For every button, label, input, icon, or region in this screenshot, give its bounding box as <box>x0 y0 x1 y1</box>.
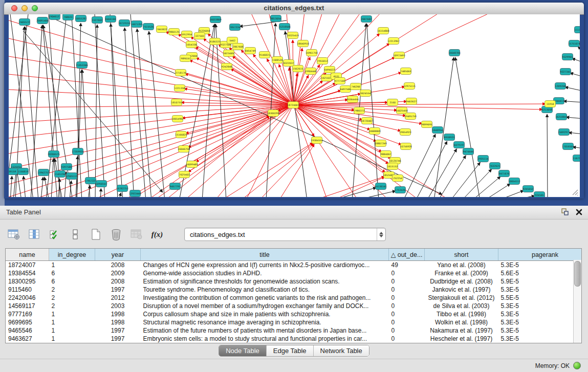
graph-node[interactable]: 3624554 <box>360 90 371 97</box>
graph-node[interactable]: 8322037 <box>284 60 294 67</box>
graph-node[interactable]: 2867608 <box>233 43 244 50</box>
graph-node[interactable]: 7986372 <box>354 107 365 114</box>
graph-node[interactable]: 14136141 <box>375 183 386 190</box>
graph-node[interactable]: 9777169 <box>335 78 345 84</box>
graph-node[interactable]: 18300295 <box>267 110 279 117</box>
graph-node[interactable]: 1167534 <box>573 155 580 162</box>
graph-node[interactable]: 9227341 <box>560 69 571 75</box>
graph-node[interactable]: 1145194 <box>55 171 66 178</box>
graph-node[interactable]: 904612 <box>50 14 60 20</box>
graph-node[interactable]: 20206575 <box>48 151 59 158</box>
graph-node[interactable]: 19384554 <box>311 137 322 144</box>
graph-node[interactable]: 17359924 <box>72 148 83 155</box>
graph-node[interactable]: 1588520 <box>272 57 283 63</box>
graph-node[interactable]: 1810755 <box>171 99 182 106</box>
graph-node[interactable]: 18724007 <box>287 102 299 108</box>
graph-node[interactable]: 8454749 <box>245 48 256 54</box>
graph-node[interactable]: 924565 <box>534 192 545 198</box>
checklist-icon[interactable] <box>48 228 61 241</box>
close-panel-icon[interactable] <box>575 208 583 216</box>
graph-node[interactable]: 18654982 <box>171 116 183 122</box>
graph-node[interactable]: 5912954 <box>182 31 192 38</box>
graph-node[interactable]: 9329965 <box>562 54 573 60</box>
tab-edge-table[interactable]: Edge Table <box>266 345 313 356</box>
column-header-name[interactable]: name <box>6 249 49 261</box>
graph-node[interactable]: 7625402 <box>179 171 190 178</box>
graph-node[interactable]: 1654338 <box>186 41 197 48</box>
graph-node[interactable]: 6494022 <box>324 67 335 73</box>
graph-node[interactable]: 15218506 <box>278 24 290 30</box>
graph-node[interactable]: 10688809 <box>368 128 380 135</box>
graph-node[interactable]: 21053346 <box>76 62 88 69</box>
graph-node[interactable]: 1621022 <box>321 75 332 81</box>
graph-node[interactable]: 1209358 <box>555 83 566 90</box>
column-header-out_de[interactable]: △ out_de... <box>389 249 425 261</box>
graph-node[interactable]: 7857224 <box>230 24 241 31</box>
resize-grip-icon[interactable] <box>571 188 579 196</box>
graph-node[interactable]: 1753426 <box>395 187 406 193</box>
graph-node[interactable]: 8938923 <box>444 134 455 141</box>
graph-node[interactable]: 12213967 <box>387 38 399 45</box>
graph-node[interactable]: 9457791 <box>170 183 181 190</box>
graph-node[interactable]: 6479197 <box>454 142 465 148</box>
graph-node[interactable]: 1156819 <box>18 168 29 175</box>
column-header-year[interactable]: year <box>95 249 141 261</box>
graph-node[interactable]: 10958107 <box>95 181 107 187</box>
graph-node[interactable]: 20691406 <box>36 17 48 24</box>
table-row[interactable]: 2242004622012Investigating the contribut… <box>6 294 582 302</box>
window-titlebar[interactable]: citations_edges.txt <box>4 3 584 15</box>
graph-node[interactable]: 18640910 <box>297 40 309 47</box>
table-row[interactable]: 911546021997Tourette syndrome. Phenomeno… <box>6 286 582 294</box>
graph-node[interactable]: 10655287 <box>75 15 86 22</box>
graph-node[interactable]: 9860125 <box>169 29 180 35</box>
graph-node[interactable]: 39159 <box>9 168 18 175</box>
graph-node[interactable]: 20364456 <box>346 96 358 103</box>
graph-node[interactable]: 9474444 <box>463 148 474 155</box>
graph-node[interactable]: 16961758 <box>306 50 317 56</box>
graph-node[interactable]: 2405572 <box>19 19 30 26</box>
graph-node[interactable]: 7485063 <box>401 68 411 75</box>
table-row[interactable]: 1456911722003Disruption of a novel membe… <box>6 302 582 310</box>
graph-node[interactable]: 1615152 <box>387 163 398 170</box>
table-scrollbar-thumb[interactable] <box>574 261 581 287</box>
graph-node[interactable]: 19904448 <box>304 68 316 75</box>
graph-node[interactable]: 10719155 <box>118 20 130 27</box>
graph-node[interactable]: 9245652 <box>523 186 534 192</box>
column-header-short[interactable]: short <box>425 249 498 261</box>
graph-node[interactable]: 1221358 <box>175 85 185 92</box>
table-row[interactable]: 1938455462009Genome-wide association stu… <box>6 269 582 277</box>
graph-node[interactable]: 1111304 <box>575 27 580 33</box>
graph-node[interactable]: 7663822 <box>157 26 167 33</box>
graph-node[interactable]: 16046756 <box>178 146 189 152</box>
column-header-title[interactable]: title <box>141 249 389 261</box>
graph-node[interactable]: 8813054 <box>271 15 281 22</box>
table-row[interactable]: 946554611997Estimation of the future num… <box>6 326 582 335</box>
graph-node[interactable]: 19654923 <box>399 129 411 136</box>
graph-node[interactable]: 16154808 <box>377 28 389 34</box>
graph-node[interactable]: 1562615 <box>293 65 303 72</box>
graph-node[interactable]: 7515526 <box>143 24 154 30</box>
graph-node[interactable]: 9242848 <box>222 63 232 70</box>
graph-node[interactable]: 1640954 <box>432 127 443 134</box>
graph-node[interactable]: 5875685 <box>224 50 234 57</box>
graph-node[interactable]: 8186323 <box>210 38 221 45</box>
network-canvas[interactable]: 2405572206914069046127680231065528715276… <box>9 14 580 197</box>
float-panel-icon[interactable] <box>560 208 569 216</box>
graph-node[interactable]: 15692971 <box>558 129 570 136</box>
graph-node[interactable]: 252254 <box>393 175 403 182</box>
table-options-icon[interactable] <box>7 228 20 241</box>
graph-node[interactable]: 9146821 <box>259 52 270 58</box>
trash-icon[interactable] <box>110 228 123 241</box>
graph-node[interactable]: 8466160 <box>105 16 116 23</box>
table-selector-dropdown[interactable]: citations_edges.txt <box>184 228 386 241</box>
graph-node[interactable]: 15166825 <box>175 132 187 138</box>
table-row[interactable]: 1830029562008Estimation of significance … <box>6 277 582 286</box>
tab-network-table[interactable]: Network Table <box>313 345 369 356</box>
graph-node[interactable]: 16648784 <box>448 50 460 56</box>
graph-node[interactable]: 2718176 <box>176 70 186 76</box>
graph-node[interactable]: 12923448 <box>129 190 141 197</box>
graph-node[interactable]: 10973493 <box>393 52 405 59</box>
graph-node[interactable]: 16033809 <box>209 16 221 23</box>
table-row[interactable]: 1872400712008Changes of HCN gene express… <box>6 261 582 270</box>
graph-node[interactable]: 7632621 <box>490 163 500 169</box>
